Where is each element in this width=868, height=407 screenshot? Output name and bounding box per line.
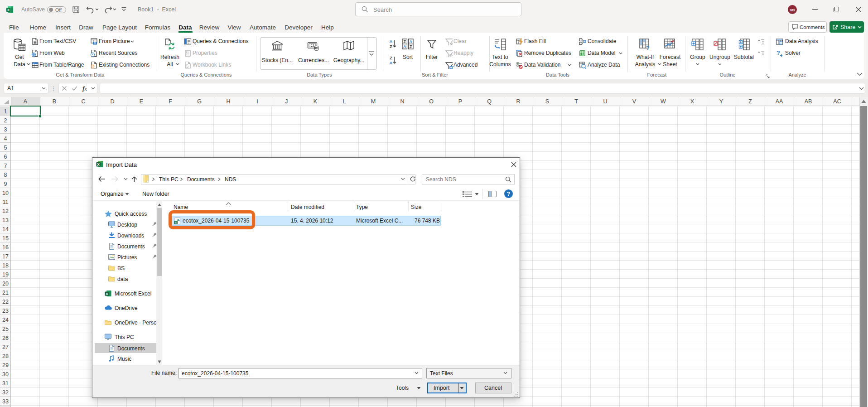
svg-text:A: A xyxy=(390,60,393,65)
svg-text:X: X xyxy=(97,162,100,167)
svg-text:Z: Z xyxy=(390,55,392,60)
svg-text:Z: Z xyxy=(410,44,412,49)
svg-text:J: J xyxy=(583,53,584,56)
svg-text:?: ? xyxy=(646,44,650,51)
svg-text:A: A xyxy=(390,39,393,44)
svg-text:?: ? xyxy=(776,49,780,56)
svg-text:X: X xyxy=(106,292,108,296)
svg-text:Z: Z xyxy=(390,44,392,49)
svg-text:A: A xyxy=(410,39,413,44)
svg-text:A: A xyxy=(403,44,406,49)
svg-text:x: x xyxy=(7,8,10,12)
svg-text:Z: Z xyxy=(403,39,406,44)
